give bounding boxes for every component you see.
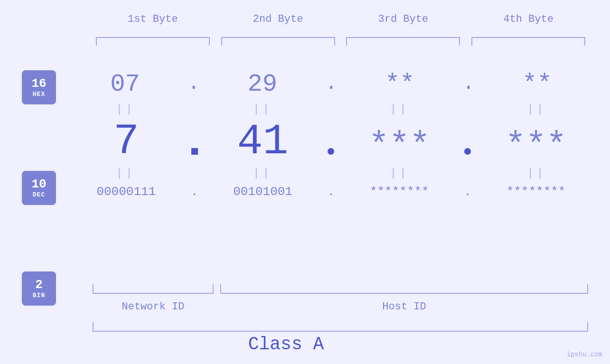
equals-2-b2: || [208,167,317,180]
hex-row: 07 . 29 . ** . ** [66,70,596,98]
equals-2-b1: || [71,167,180,180]
id-label-row: Network ID Host ID [93,301,588,313]
equals-1-b2: || [208,103,317,116]
col-header-byte3: 3rd Byte [344,13,462,25]
equals-2-b4: || [482,167,591,180]
dec-dot3-container [464,148,471,163]
dec-byte2-value: 41 [237,118,289,166]
hex-byte2-cell: 29 [208,70,317,98]
dec-byte2-cell: 41 [208,121,318,163]
bracket-byte2 [221,37,335,46]
equals-row-1: || || || || [66,103,596,116]
bin-byte2-value: 00101001 [233,185,292,199]
bracket-host-id [220,284,588,294]
class-a-label: Class A [0,334,572,355]
badge-hex-label: HEX [33,91,45,98]
dec-dot2-container [328,148,334,163]
dec-byte4-cell: *** [481,129,591,163]
host-id-label: Host ID [220,301,588,313]
top-brackets [90,37,591,46]
bin-dot3: . [464,186,471,198]
bin-byte4-value: ******** [507,185,566,199]
badge-dec-label: DEC [33,191,45,198]
equals-1-b3: || [345,103,454,116]
equals-2-b3: || [345,167,454,180]
network-id-label: Network ID [93,301,214,313]
hex-byte4-cell: ** [482,70,591,98]
hex-byte1-cell: 07 [71,70,180,98]
dec-byte3-value: *** [368,127,430,166]
dec-dot1-container [191,148,198,163]
equals-row-2: || || || || [66,167,596,180]
badge-hex: 16 HEX [22,70,56,104]
col-header-byte1: 1st Byte [94,13,212,25]
bin-byte3-value: ******** [370,185,429,199]
hex-byte2-value: 29 [248,70,277,98]
dec-byte1-value: 7 [113,118,139,166]
bracket-byte3 [346,37,460,46]
bottom-sub-brackets [93,284,588,294]
hex-dot2: . [325,72,337,97]
bin-row: 00000111 . 00101001 . ******** . *******… [66,185,596,199]
badge-bin-num: 2 [35,278,43,292]
col-header-byte4: 4th Byte [469,13,588,25]
badge-column: 16 HEX 10 DEC 2 BIN [22,70,56,306]
dec-dot1 [191,148,198,155]
hex-byte1-value: 07 [110,70,140,98]
equals-1-b4: || [482,103,591,116]
dec-row: 7 41 *** *** [66,121,596,163]
hex-byte4-value: ** [522,70,552,98]
hex-byte3-cell: ** [345,70,454,98]
col-header-byte2: 2nd Byte [219,13,338,25]
badge-bin: 2 BIN [22,271,56,306]
bin-byte1-value: 00000111 [96,185,156,199]
main-container: 1st Byte 2nd Byte 3rd Byte 4th Byte 16 H… [0,0,610,364]
badge-bin-label: BIN [33,292,45,299]
dec-byte4-value: *** [505,127,567,166]
bracket-network-id [93,284,214,294]
dec-byte1-cell: 7 [72,121,181,163]
hex-dot1: . [188,72,200,97]
bin-byte4-cell: ******** [481,185,591,199]
hex-byte3-value: ** [385,70,414,98]
badge-dec: 10 DEC [22,171,56,205]
dec-byte3-cell: *** [345,129,454,163]
bin-byte2-cell: 00101001 [208,185,318,199]
bin-dot1: . [191,186,198,198]
column-headers: 1st Byte 2nd Byte 3rd Byte 4th Byte [90,13,591,25]
bin-byte3-cell: ******** [345,185,454,199]
badge-hex-num: 16 [31,77,46,91]
watermark: ipshu.com [566,351,602,358]
bracket-byte1 [96,37,210,46]
big-bottom-bracket [93,322,588,332]
bracket-byte4 [471,37,585,46]
bin-byte1-cell: 00000111 [72,185,181,199]
badge-dec-num: 10 [31,177,46,191]
dec-dot2 [328,148,334,155]
equals-1-b1: || [71,103,180,116]
dec-dot3 [464,148,471,155]
hex-dot3: . [462,72,474,97]
bin-dot2: . [328,186,334,198]
